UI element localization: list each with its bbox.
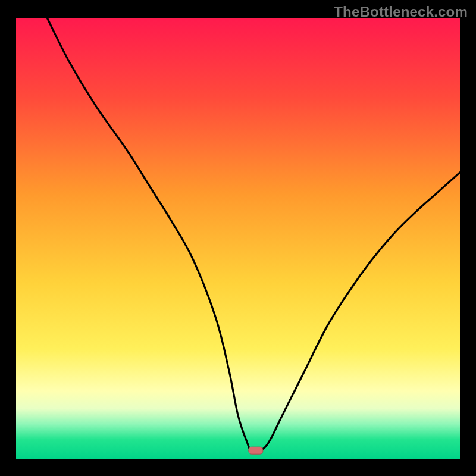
plot-area: [16, 18, 460, 459]
chart-frame: TheBottleneck.com: [0, 0, 476, 476]
watermark-text: TheBottleneck.com: [334, 4, 468, 20]
plot-svg: [16, 18, 460, 459]
minimum-marker: [249, 447, 263, 454]
